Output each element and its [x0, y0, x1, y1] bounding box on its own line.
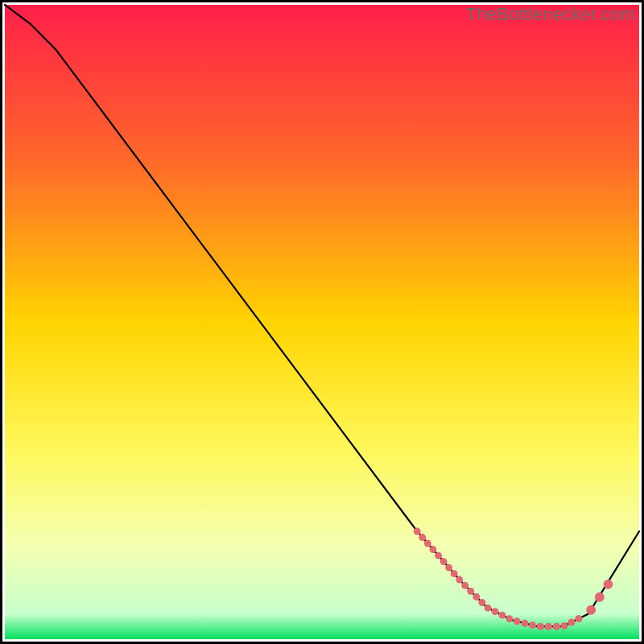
segment-dot-large	[603, 580, 613, 589]
segment-dot	[514, 617, 521, 625]
segment-dot	[545, 623, 552, 630]
watermark-label: TheBottlenecker.com	[466, 4, 635, 25]
segment-dot	[429, 546, 436, 553]
segment-dot	[461, 582, 469, 589]
segment-dot	[521, 620, 528, 627]
segment-dot	[492, 608, 499, 615]
chart-svg	[2, 2, 642, 642]
segment-dot	[451, 570, 458, 577]
segment-dot	[467, 588, 474, 595]
segment-dot	[435, 552, 442, 559]
segment-dot-large	[595, 592, 605, 602]
segment-dot	[473, 593, 480, 601]
segment-dot	[456, 576, 463, 584]
segment-dot	[575, 615, 582, 622]
segment-dot	[440, 558, 448, 565]
segment-dot	[424, 540, 431, 547]
segment-dot	[445, 564, 452, 572]
segment-dot	[553, 623, 560, 630]
segment-dot	[568, 619, 575, 626]
gradient-background	[5, 5, 639, 639]
segment-dot	[414, 528, 421, 535]
segment-dot	[537, 623, 544, 630]
segment-dot	[478, 599, 485, 606]
segment-dot	[561, 622, 568, 630]
segment-dot-large	[586, 605, 596, 615]
segment-dot	[498, 612, 506, 619]
segment-dot	[506, 615, 513, 622]
segment-dot	[529, 621, 536, 629]
segment-dot	[485, 605, 492, 612]
segment-dot	[419, 534, 426, 541]
chart-frame: TheBottlenecker.com	[0, 0, 644, 644]
